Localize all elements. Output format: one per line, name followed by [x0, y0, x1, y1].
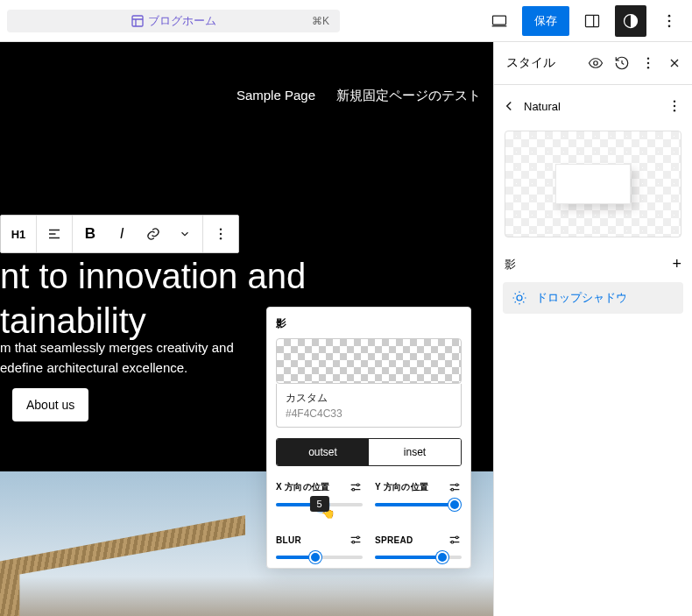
svg-point-19 [647, 58, 649, 60]
paragraph-block[interactable]: m that seamlessly merges creativity and … [0, 337, 234, 379]
svg-point-10 [357, 484, 359, 486]
settings-icon[interactable] [349, 480, 363, 494]
editor-canvas[interactable]: Sample Page 新規固定ページのテスト H1 B I nt to inn… [0, 42, 493, 616]
svg-rect-0 [132, 16, 143, 26]
svg-point-25 [517, 295, 522, 301]
svg-point-7 [220, 229, 222, 230]
svg-point-24 [674, 110, 675, 111]
close-sidebar-button[interactable] [662, 51, 687, 75]
svg-point-16 [455, 536, 458, 539]
svg-point-6 [668, 25, 671, 27]
link-button[interactable] [138, 217, 169, 251]
settings-icon[interactable] [349, 533, 363, 547]
block-more-button[interactable] [205, 217, 237, 251]
breadcrumb-button[interactable]: ブログホーム ⌘K [7, 10, 340, 32]
panel-toggle-button[interactable] [576, 5, 608, 37]
save-button[interactable]: 保存 [522, 6, 569, 36]
svg-point-23 [674, 105, 675, 107]
sub-more-button[interactable] [662, 94, 687, 118]
chevron-left-icon [501, 98, 517, 114]
stylebook-button[interactable] [583, 51, 608, 75]
device-preview-button[interactable] [484, 5, 515, 37]
svg-point-8 [220, 233, 222, 235]
format-dropdown-button[interactable] [169, 217, 201, 251]
heading-level-button[interactable]: H1 [3, 217, 34, 251]
main-area: Sample Page 新規固定ページのテスト H1 B I nt to inn… [0, 42, 692, 616]
sidebar-title: スタイル [506, 55, 555, 71]
slider-spread: SPREAD [375, 533, 462, 559]
svg-point-11 [352, 488, 355, 491]
svg-point-18 [594, 61, 598, 66]
italic-button[interactable]: I [106, 217, 138, 251]
shadow-type-segmented: outset inset [276, 438, 462, 466]
top-bar: ブログホーム ⌘K 保存 [0, 0, 692, 42]
slider-spread-track[interactable] [375, 556, 462, 559]
inset-button[interactable]: inset [369, 439, 461, 465]
svg-point-15 [352, 541, 355, 543]
nav-link-sample[interactable]: Sample Page [237, 88, 315, 104]
svg-rect-2 [586, 15, 599, 26]
back-button[interactable]: Natural [501, 98, 561, 114]
svg-point-14 [357, 536, 359, 539]
shadow-popover: 影 カスタム #4F4C4C33 outset inset X 方向の位置 👆 [266, 307, 471, 569]
sliders-grid: X 方向の位置 👆 5 Y 方向の位置 BLUR [276, 480, 462, 559]
slider-blur-track[interactable] [276, 556, 363, 559]
topbar-actions: 保存 [484, 5, 685, 37]
sidebar-subheader: Natural [494, 85, 692, 127]
drop-shadow-item[interactable]: ドロップシャドウ [503, 282, 683, 314]
heading-block[interactable]: nt to innovation and tainability [0, 254, 306, 343]
settings-icon[interactable] [448, 533, 462, 547]
svg-point-12 [455, 484, 458, 486]
svg-point-20 [647, 62, 649, 64]
sidebar-header: スタイル [494, 42, 692, 85]
about-us-button[interactable]: About us [12, 388, 88, 421]
site-nav: Sample Page 新規固定ページのテスト [237, 88, 481, 104]
add-shadow-button[interactable]: + [672, 255, 681, 273]
slider-value-tooltip: 5 [309, 496, 328, 512]
shortcut-hint: ⌘K [312, 15, 329, 27]
custom-color-box[interactable]: カスタム #4F4C4C33 [276, 384, 462, 428]
block-toolbar: H1 B I [0, 215, 239, 253]
slider-y: Y 方向の位置 [375, 480, 462, 506]
settings-icon[interactable] [448, 480, 462, 494]
slider-blur: BLUR [276, 533, 363, 559]
shadow-preview-card [505, 131, 681, 237]
bold-button[interactable]: B [74, 217, 106, 251]
sun-icon [512, 290, 527, 306]
svg-point-5 [668, 19, 671, 22]
styles-sidebar: スタイル Natural 影 + ドロップシャドウ [493, 42, 692, 616]
svg-point-9 [220, 237, 222, 239]
svg-point-4 [668, 14, 671, 17]
outset-button[interactable]: outset [277, 439, 369, 465]
nav-link-test[interactable]: 新規固定ページのテスト [336, 88, 481, 104]
svg-point-13 [451, 488, 454, 491]
layout-icon [131, 14, 145, 28]
preview-box [555, 164, 631, 204]
revisions-button[interactable] [610, 51, 634, 75]
shadow-swatch[interactable] [276, 338, 462, 384]
more-menu-button[interactable] [653, 5, 685, 37]
svg-rect-1 [493, 16, 506, 25]
align-button[interactable] [39, 217, 70, 251]
shadow-section-header: 影 + [494, 250, 692, 282]
svg-point-17 [451, 541, 454, 543]
sidebar-more-button[interactable] [636, 51, 660, 75]
svg-point-22 [674, 101, 675, 103]
slider-x: X 方向の位置 👆 5 [276, 480, 363, 506]
slider-y-track[interactable] [375, 503, 462, 506]
svg-point-21 [647, 67, 649, 68]
popover-title: 影 [276, 316, 462, 331]
breadcrumb-text: ブログホーム [148, 13, 216, 29]
styles-toggle-button[interactable] [615, 5, 646, 37]
